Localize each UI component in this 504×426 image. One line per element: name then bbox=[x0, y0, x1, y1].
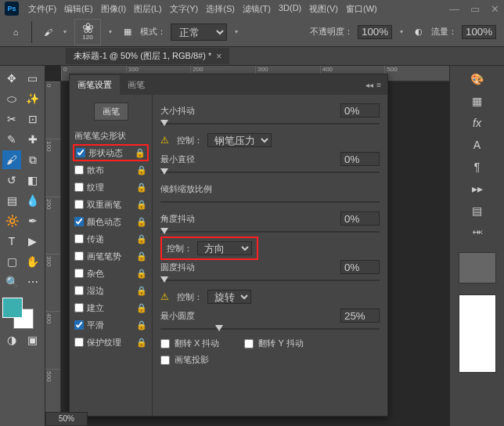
crop-tool[interactable]: ✂ bbox=[2, 110, 21, 128]
edit-toolbar[interactable]: ⋯ bbox=[23, 273, 42, 291]
tab-brushes[interactable]: 画笔 bbox=[120, 75, 153, 95]
menu-window[interactable]: 窗口(W) bbox=[343, 2, 380, 16]
chevron-down-icon[interactable]: ▾ bbox=[397, 28, 406, 35]
menu-image[interactable]: 图像(I) bbox=[98, 2, 129, 16]
color-panel-icon[interactable]: 🎨 bbox=[469, 70, 486, 88]
panel-collapse-icon[interactable]: ◂◂ bbox=[365, 81, 373, 89]
color-swatches[interactable] bbox=[2, 298, 34, 329]
menu-type[interactable]: 文字(Y) bbox=[167, 2, 202, 16]
setting-scattering[interactable]: 散布🔒 bbox=[73, 161, 149, 179]
transfer-checkbox[interactable] bbox=[74, 234, 84, 244]
document-tab[interactable]: 未标题-1 @ 50% (图层 1, RGB/8#) * × bbox=[66, 48, 229, 64]
navigator-thumbnail[interactable] bbox=[459, 252, 496, 283]
brush-tool-icon[interactable]: 🖌 bbox=[40, 24, 56, 40]
chevron-down-icon[interactable]: ▾ bbox=[106, 28, 115, 35]
flip-y-checkbox[interactable] bbox=[244, 339, 254, 348]
canvas-area[interactable]: 0100200300400500 0100200300400500 画笔设置 画… bbox=[45, 66, 449, 426]
round-jitter-input[interactable] bbox=[340, 260, 380, 274]
character-panel-icon[interactable]: A bbox=[469, 136, 486, 153]
texture-checkbox[interactable] bbox=[74, 182, 84, 192]
collapse-dock-icon[interactable]: ▸▸ bbox=[469, 180, 486, 197]
minimize-button[interactable]: — bbox=[449, 3, 459, 15]
setting-buildup[interactable]: 建立🔒 bbox=[73, 299, 149, 316]
lock-icon[interactable]: 🔒 bbox=[136, 269, 147, 279]
setting-color-dynamics[interactable]: 颜色动态🔒 bbox=[73, 213, 149, 230]
panel-menu-icon[interactable]: ≡ bbox=[376, 81, 381, 89]
zoom-status[interactable]: 50% bbox=[45, 412, 88, 426]
flow-input[interactable] bbox=[462, 25, 496, 39]
shape-dynamics-checkbox[interactable] bbox=[76, 148, 85, 157]
menu-3d[interactable]: 3D(D) bbox=[275, 2, 304, 16]
menu-layer[interactable]: 图层(L) bbox=[131, 2, 164, 16]
brush-panel-toggle-icon[interactable]: ▦ bbox=[120, 24, 135, 40]
min-diameter-input[interactable] bbox=[340, 152, 380, 166]
control2-select[interactable]: 方向 bbox=[197, 241, 252, 255]
lock-icon[interactable]: 🔒 bbox=[136, 338, 147, 348]
min-round-slider[interactable] bbox=[160, 325, 380, 333]
menu-select[interactable]: 选择(S) bbox=[203, 2, 238, 16]
control3-select[interactable]: 旋转 bbox=[207, 290, 251, 304]
styles-panel-icon[interactable]: fx bbox=[469, 114, 486, 132]
scattering-checkbox[interactable] bbox=[74, 165, 84, 175]
pressure-opacity-icon[interactable]: ◐ bbox=[411, 24, 427, 40]
lock-icon[interactable]: 🔒 bbox=[136, 234, 147, 244]
setting-wet-edges[interactable]: 湿边🔒 bbox=[73, 282, 149, 299]
setting-noise[interactable]: 杂色🔒 bbox=[73, 265, 149, 282]
maximize-button[interactable]: ▭ bbox=[470, 3, 480, 15]
min-diameter-slider[interactable] bbox=[160, 168, 380, 176]
paths-panel-icon[interactable]: ⬺ bbox=[469, 224, 486, 241]
eraser-tool[interactable]: ◧ bbox=[23, 171, 42, 190]
menu-file[interactable]: 文件(F) bbox=[25, 2, 59, 16]
screenmode-toggle[interactable]: ▣ bbox=[23, 330, 42, 349]
paragraph-panel-icon[interactable]: ¶ bbox=[469, 158, 486, 175]
setting-texture[interactable]: 纹理🔒 bbox=[73, 179, 149, 196]
brush-pose-checkbox[interactable] bbox=[74, 251, 84, 261]
hand-tool[interactable]: ✋ bbox=[23, 252, 42, 271]
healing-tool[interactable]: ✚ bbox=[23, 130, 42, 149]
wet-edges-checkbox[interactable] bbox=[74, 286, 84, 295]
close-tab-icon[interactable]: × bbox=[216, 51, 221, 62]
eyedropper-tool[interactable]: ✎ bbox=[2, 130, 21, 149]
lock-icon[interactable]: 🔒 bbox=[136, 217, 147, 227]
setting-protect-texture[interactable]: 保护纹理🔒 bbox=[73, 334, 149, 351]
size-jitter-input[interactable] bbox=[340, 103, 380, 117]
control1-select[interactable]: 钢笔压力 bbox=[207, 133, 272, 147]
tab-brush-settings[interactable]: 画笔设置 bbox=[70, 75, 120, 95]
menu-filter[interactable]: 滤镜(T) bbox=[239, 2, 274, 16]
brush-presets-button[interactable]: 画笔 bbox=[94, 103, 128, 121]
lock-icon[interactable]: 🔒 bbox=[136, 286, 147, 296]
blend-mode-select[interactable]: 正常 bbox=[171, 23, 227, 41]
lock-icon[interactable]: 🔒 bbox=[135, 148, 146, 158]
lock-icon[interactable]: 🔒 bbox=[136, 182, 147, 193]
home-icon[interactable]: ⌂ bbox=[8, 24, 23, 40]
setting-smoothing[interactable]: 平滑🔒 bbox=[73, 316, 149, 334]
lock-icon[interactable]: 🔒 bbox=[136, 200, 147, 210]
gradient-tool[interactable]: ▤ bbox=[2, 191, 21, 210]
layers-panel-icon[interactable]: ▤ bbox=[469, 202, 486, 219]
pen-tool[interactable]: ✒ bbox=[23, 211, 42, 230]
brush-tip-shape-row[interactable]: 画笔笔尖形状 bbox=[73, 127, 149, 144]
dual-brush-checkbox[interactable] bbox=[74, 200, 84, 209]
angle-jitter-input[interactable] bbox=[340, 211, 380, 226]
marquee-tool[interactable]: ▭ bbox=[23, 69, 42, 88]
swatches-panel-icon[interactable]: ▦ bbox=[469, 92, 486, 110]
quickmask-toggle[interactable]: ◑ bbox=[2, 330, 21, 349]
lasso-tool[interactable]: ⬭ bbox=[2, 89, 21, 108]
brush-tool[interactable]: 🖌 bbox=[2, 150, 21, 169]
color-dynamics-checkbox[interactable] bbox=[74, 217, 84, 226]
type-tool[interactable]: T bbox=[2, 232, 21, 251]
close-button[interactable]: ✕ bbox=[491, 3, 499, 15]
path-select-tool[interactable]: ▶ bbox=[23, 232, 42, 251]
lock-icon[interactable]: 🔒 bbox=[136, 165, 147, 175]
shape-tool[interactable]: ▢ bbox=[2, 252, 21, 271]
brush-projection-checkbox[interactable] bbox=[160, 356, 170, 365]
noise-checkbox[interactable] bbox=[74, 269, 84, 278]
frame-tool[interactable]: ⊡ bbox=[23, 110, 42, 128]
lock-icon[interactable]: 🔒 bbox=[136, 320, 147, 330]
chevron-down-icon[interactable]: ▾ bbox=[60, 28, 70, 35]
angle-jitter-slider[interactable] bbox=[160, 228, 380, 236]
setting-brush-pose[interactable]: 画笔笔势🔒 bbox=[73, 247, 149, 265]
setting-transfer[interactable]: 传递🔒 bbox=[73, 230, 149, 247]
history-brush-tool[interactable]: ↺ bbox=[2, 171, 21, 190]
foreground-color-swatch[interactable] bbox=[2, 298, 23, 318]
